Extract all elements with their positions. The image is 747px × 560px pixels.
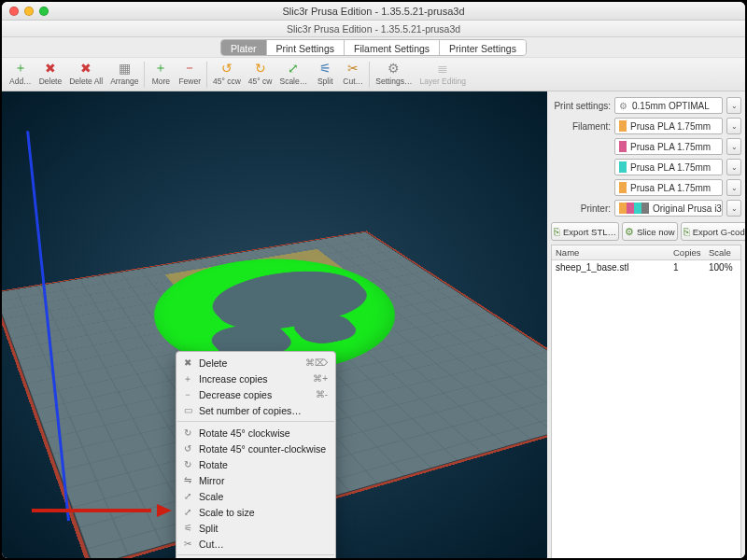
3d-viewport[interactable]: ✖Delete⌘⌦ ＋Increase copies⌘+ －Decrease c… <box>2 91 547 558</box>
tab-printer-settings[interactable]: Printer Settings <box>440 40 526 55</box>
settings-button[interactable]: ⚙Settings… <box>372 60 416 86</box>
layers-icon: ≣ <box>434 60 451 77</box>
print-settings-label: Print settings: <box>551 101 611 111</box>
export-icon: ⎘ <box>684 226 690 237</box>
tab-filament-settings[interactable]: Filament Settings <box>345 40 440 55</box>
x-icon: ✖ <box>182 357 193 368</box>
printer-select[interactable]: Original Prusa i3 MK2 MultiMaterial <box>614 200 723 217</box>
window-title: Slic3r Prusa Edition - 1.35.5.21-prusa3d <box>282 6 464 17</box>
ctx-cut[interactable]: ✂Cut… <box>176 536 335 552</box>
object-row[interactable]: sheep_1_base.stl 1 100% <box>552 260 740 274</box>
rotate-ccw-icon: ↺ <box>218 60 235 77</box>
main-area: ✖Delete⌘⌦ ＋Increase copies⌘+ －Decrease c… <box>2 91 745 558</box>
arrange-button[interactable]: ▦Arrange <box>106 60 142 86</box>
export-gcode-button[interactable]: ⎘Export G-code… <box>681 222 745 241</box>
x-icon: ✖ <box>42 60 59 77</box>
close-icon[interactable] <box>9 7 19 16</box>
right-panel: Print settings: ⚙0.15mm OPTIMAL ⌄ Filame… <box>547 91 745 558</box>
rotate-ccw-button[interactable]: ↺45° ccw <box>209 60 245 86</box>
scale-icon: ⤢ <box>182 491 193 501</box>
export-icon: ⎘ <box>554 226 560 237</box>
filament-select-3[interactable]: Prusa PLA 1.75mm <box>614 159 723 175</box>
gear-icon: ⚙ <box>625 226 634 238</box>
zoom-icon[interactable] <box>39 7 49 16</box>
filament-dropdown-4[interactable]: ⌄ <box>726 179 741 196</box>
context-menu: ✖Delete⌘⌦ ＋Increase copies⌘+ －Decrease c… <box>176 351 336 558</box>
object-name: sheep_1_base.stl <box>552 260 669 274</box>
layer-editing-button: ≣Layer Editing <box>416 60 470 86</box>
export-stl-button[interactable]: ⎘Export STL… <box>551 222 619 241</box>
minus-icon: － <box>182 388 193 401</box>
chevron-down-icon: ⌄ <box>731 184 738 192</box>
chevron-down-icon: ⌄ <box>731 163 738 172</box>
object-list-header: Name Copies Scale <box>552 245 740 260</box>
ctx-scale-submenu[interactable]: ⤢Scale <box>176 488 335 504</box>
object-list[interactable]: Name Copies Scale sheep_1_base.stl 1 100… <box>551 245 741 558</box>
ctx-mirror-submenu[interactable]: ⇋Mirror <box>176 472 335 488</box>
filament-dropdown-2[interactable]: ⌄ <box>726 138 741 155</box>
ctx-rotate-ccw[interactable]: ↺Rotate 45° counter-clockwise <box>176 441 335 456</box>
filament-color-swatch <box>619 120 627 132</box>
filament-select-2[interactable]: Prusa PLA 1.75mm <box>614 138 723 155</box>
chevron-down-icon: ⌄ <box>731 122 738 131</box>
filament-select-4[interactable]: Prusa PLA 1.75mm <box>614 179 723 196</box>
arrange-icon: ▦ <box>116 60 133 77</box>
minimize-icon[interactable] <box>24 7 34 16</box>
tab-print-settings[interactable]: Print Settings <box>267 40 345 55</box>
ctx-rotate-submenu[interactable]: ↻Rotate <box>176 456 335 472</box>
printer-dropdown[interactable]: ⌄ <box>726 200 741 217</box>
split-icon: ⚟ <box>317 60 333 77</box>
printer-color-swatches <box>619 203 649 214</box>
delete-all-button[interactable]: ✖Delete All <box>65 60 106 86</box>
ctx-decrease-copies[interactable]: －Decrease copies⌘- <box>176 386 335 402</box>
filament-select-1[interactable]: Prusa PLA 1.75mm <box>614 118 723 134</box>
scale-button[interactable]: ⤢Scale… <box>275 60 311 86</box>
filament-color-swatch <box>619 141 627 152</box>
mirror-icon: ⇋ <box>182 475 193 485</box>
toolbar: ＋Add… ✖Delete ✖Delete All ▦Arrange ＋More… <box>2 58 745 91</box>
add-button[interactable]: ＋Add… <box>6 60 35 86</box>
rotate-cw-icon: ↻ <box>182 427 193 438</box>
col-name: Name <box>552 245 669 259</box>
slice-now-button[interactable]: ⚙Slice now <box>622 222 678 241</box>
filament-color-swatch <box>619 182 627 193</box>
ctx-set-copies[interactable]: ▭Set number of copies… <box>176 402 335 418</box>
cut-button[interactable]: ✂Cut… <box>339 60 367 86</box>
window-controls <box>9 7 49 16</box>
print-settings-select[interactable]: ⚙0.15mm OPTIMAL <box>614 97 723 114</box>
ctx-rotate-cw[interactable]: ↻Rotate 45° clockwise <box>176 425 335 441</box>
delete-button[interactable]: ✖Delete <box>35 60 66 86</box>
filament-dropdown-1[interactable]: ⌄ <box>726 118 741 134</box>
minus-icon: － <box>181 60 198 77</box>
ctx-increase-copies[interactable]: ＋Increase copies⌘+ <box>176 371 335 386</box>
plus-icon: ＋ <box>12 60 29 77</box>
rotate-icon: ↻ <box>182 459 193 469</box>
more-button[interactable]: ＋More <box>147 60 175 86</box>
col-copies: Copies <box>669 245 705 259</box>
gear-icon: ⚙ <box>386 60 402 77</box>
col-scale: Scale <box>705 245 740 259</box>
split-button[interactable]: ⚟Split <box>311 60 339 86</box>
rotate-ccw-icon: ↺ <box>182 443 193 454</box>
tab-plater[interactable]: Plater <box>221 40 266 55</box>
main-tabs: Plater Print Settings Filament Settings … <box>2 37 745 58</box>
rotate-cw-icon: ↻ <box>252 60 269 77</box>
ctx-scale-to-size-submenu[interactable]: ⤢Scale to size <box>176 504 335 520</box>
split-icon: ⚟ <box>182 523 193 533</box>
cut-icon: ✂ <box>345 60 361 77</box>
blank-icon: ▭ <box>182 405 193 415</box>
x-icon: ✖ <box>78 60 94 77</box>
fewer-button[interactable]: －Fewer <box>175 60 204 86</box>
ctx-delete[interactable]: ✖Delete⌘⌦ <box>176 355 335 371</box>
titlebar: Slic3r Prusa Edition - 1.35.5.21-prusa3d <box>2 2 745 21</box>
printer-label: Printer: <box>551 203 611 214</box>
plus-icon: ＋ <box>152 60 169 77</box>
plus-icon: ＋ <box>182 372 193 385</box>
chevron-down-icon: ⌄ <box>731 102 738 110</box>
cut-icon: ✂ <box>182 539 193 549</box>
print-settings-dropdown[interactable]: ⌄ <box>726 97 741 114</box>
rotate-cw-button[interactable]: ↻45° cw <box>245 60 276 86</box>
ctx-split[interactable]: ⚟Split <box>176 520 335 536</box>
chevron-down-icon: ⌄ <box>731 204 738 213</box>
filament-dropdown-3[interactable]: ⌄ <box>726 159 741 175</box>
